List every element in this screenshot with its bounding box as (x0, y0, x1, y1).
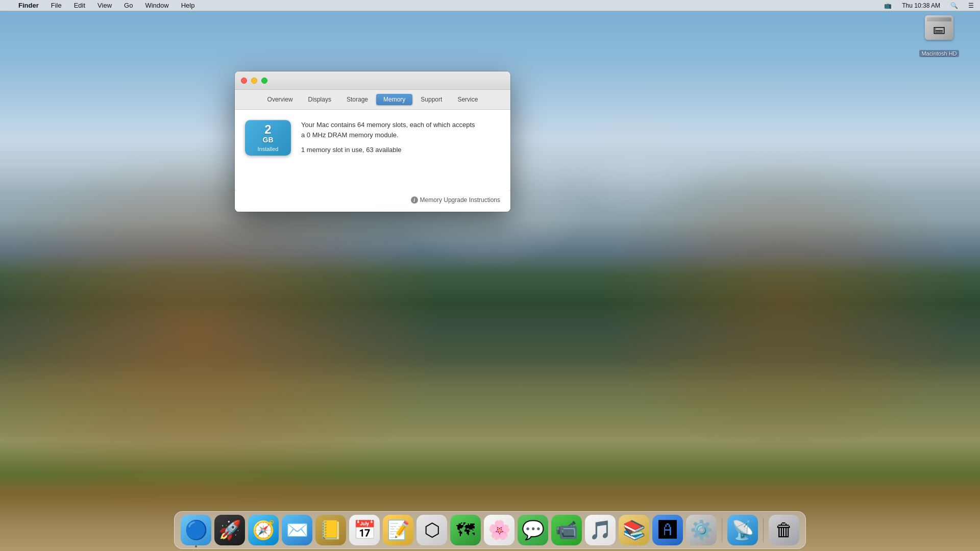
dock-item-maps[interactable]: 🗺 (450, 515, 481, 545)
info-icon: i (411, 196, 418, 204)
dock-item-safari[interactable]: 🧭 (248, 515, 279, 545)
control-center-icon[interactable]: ☰ (966, 2, 976, 9)
dock-separator-2 (763, 518, 764, 542)
menu-go[interactable]: Go (122, 2, 135, 9)
memory-section: 2 GB Installed Your Mac contains 64 memo… (245, 120, 500, 156)
dock-item-notes[interactable]: 📝 (383, 515, 413, 545)
dock-item-books[interactable]: 📚 (619, 515, 649, 545)
sysprefs-icon: ⚙️ (690, 519, 713, 541)
dock-item-messages[interactable]: 💬 (518, 515, 548, 545)
dock-item-facetime[interactable]: 📹 (551, 515, 582, 545)
menu-view[interactable]: View (95, 2, 114, 9)
notes-icon: 📝 (387, 519, 410, 541)
books-icon: 📚 (623, 519, 646, 541)
finder-dot (195, 545, 197, 547)
dock-item-launchpad[interactable]: 🚀 (214, 515, 245, 545)
launchpad2-icon: ⬡ (424, 519, 440, 541)
dock-item-airdrop[interactable]: 📡 (727, 515, 758, 545)
tab-support[interactable]: Support (413, 94, 449, 105)
memory-installed-label: Installed (258, 146, 279, 152)
tab-overview[interactable]: Overview (260, 94, 300, 105)
dock-item-music[interactable]: 🎵 (585, 515, 616, 545)
menu-help[interactable]: Help (179, 2, 197, 9)
memory-upgrade-link[interactable]: i Memory Upgrade Instructions (411, 196, 500, 204)
hd-icon-shape (925, 15, 953, 40)
dock-item-calendar[interactable]: 📅 (349, 515, 380, 545)
maps-icon: 🗺 (456, 519, 475, 541)
appstore-icon: 🅰 (658, 519, 677, 541)
memory-info: Your Mac contains 64 memory slots, each … (301, 120, 500, 154)
datetime-display: Thu 10:38 AM (900, 2, 942, 9)
minimize-button[interactable] (251, 78, 257, 84)
hd-icon-label: Macintosh HD (919, 50, 959, 57)
tab-displays[interactable]: Displays (301, 94, 338, 105)
memory-unit: GB (263, 136, 274, 144)
safari-icon: 🧭 (252, 519, 275, 541)
about-this-mac-window: Overview Displays Storage Memory Support… (235, 71, 510, 212)
memory-slots-info: 1 memory slot in use, 63 available (301, 146, 500, 154)
traffic-lights (241, 78, 267, 84)
memory-description: Your Mac contains 64 memory slots, each … (301, 120, 500, 140)
menubar: Finder File Edit View Go Window Help 📺 T… (0, 0, 980, 11)
desktop-icon-macintosh-hd[interactable]: Macintosh HD (919, 15, 960, 57)
tab-bar: Overview Displays Storage Memory Support… (235, 90, 510, 110)
airdrop-icon: 📡 (731, 519, 754, 541)
mail-icon: ✉️ (286, 519, 309, 541)
screen-share-icon: 📺 (882, 2, 894, 9)
window-footer: i Memory Upgrade Instructions (235, 191, 510, 212)
dock-item-launchpad2[interactable]: ⬡ (416, 515, 447, 545)
menu-edit[interactable]: Edit (72, 2, 87, 9)
menubar-right: 📺 Thu 10:38 AM 🔍 ☰ (882, 2, 976, 9)
finder-icon: 🔵 (185, 519, 208, 541)
calendar-icon: 📅 (353, 519, 376, 541)
dock-item-system-preferences[interactable]: ⚙️ (686, 515, 717, 545)
tab-memory[interactable]: Memory (376, 94, 412, 105)
dock-item-trash[interactable]: 🗑 (769, 515, 799, 545)
memory-badge: 2 GB Installed (245, 120, 291, 156)
tab-service[interactable]: Service (450, 94, 485, 105)
search-icon[interactable]: 🔍 (948, 2, 960, 9)
dock-item-finder[interactable]: 🔵 (181, 515, 211, 545)
memory-size-number: 2 (264, 123, 271, 136)
music-icon: 🎵 (589, 519, 612, 541)
launchpad-icon: 🚀 (218, 519, 241, 541)
photos-icon: 🌸 (488, 519, 511, 541)
notefile-icon: 📒 (320, 519, 342, 541)
messages-icon: 💬 (522, 519, 545, 541)
tab-storage[interactable]: Storage (339, 94, 375, 105)
window-content: 2 GB Installed Your Mac contains 64 memo… (235, 110, 510, 191)
maximize-button[interactable] (261, 78, 267, 84)
dock-item-notefile[interactable]: 📒 (315, 515, 346, 545)
dock-separator (722, 518, 722, 542)
menu-finder[interactable]: Finder (16, 2, 41, 9)
dock-item-appstore[interactable]: 🅰 (652, 515, 683, 545)
hd-icon-graphic (923, 15, 955, 48)
close-button[interactable] (241, 78, 247, 84)
dock-item-mail[interactable]: ✉️ (282, 515, 312, 545)
dock: 🔵 🚀 🧭 ✉️ 📒 📅 📝 ⬡ 🗺 🌸 💬 📹 🎵 📚 🅰 ⚙ (174, 511, 806, 549)
facetime-icon: 📹 (555, 519, 578, 541)
dock-item-photos[interactable]: 🌸 (484, 515, 514, 545)
menu-window[interactable]: Window (143, 2, 170, 9)
menubar-left: Finder File Edit View Go Window Help (4, 2, 197, 9)
window-titlebar (235, 71, 510, 90)
menu-file[interactable]: File (49, 2, 64, 9)
trash-icon: 🗑 (775, 519, 793, 541)
